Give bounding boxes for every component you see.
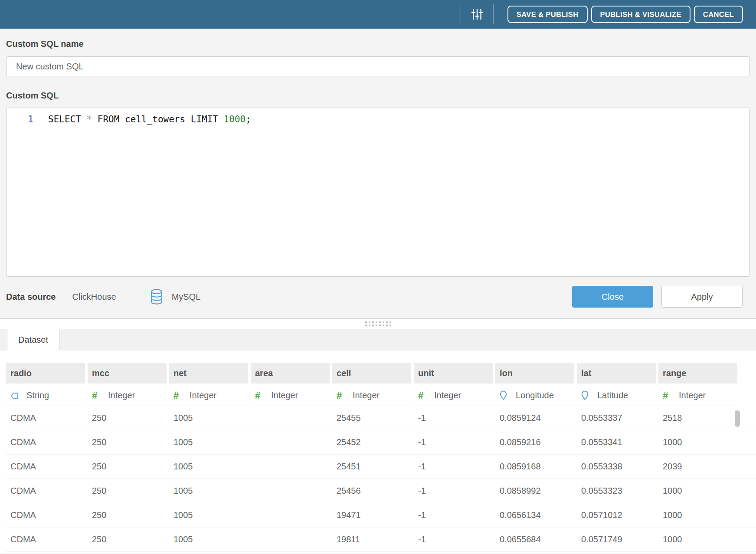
- vertical-scrollbar[interactable]: [735, 410, 740, 427]
- column-type-area[interactable]: #Integer: [251, 385, 330, 406]
- table-cell: 0.0655684: [495, 534, 574, 544]
- column-header-lat[interactable]: lat: [577, 363, 656, 384]
- table-cell: -1: [414, 534, 493, 544]
- sql-token: SELECT: [48, 114, 87, 125]
- table-cell: 1000: [658, 486, 737, 496]
- close-button[interactable]: Close: [572, 286, 653, 308]
- table-cell: 1005: [169, 413, 248, 423]
- tab-dataset[interactable]: Dataset: [7, 329, 59, 351]
- table-cell: 19811: [332, 534, 411, 544]
- table-cell: 1005: [169, 534, 248, 544]
- custom-sql-form: Custom SQL name Custom SQL 1 SELECT * FR…: [0, 29, 756, 308]
- column-header-lon[interactable]: lon: [495, 363, 574, 384]
- column-header-unit[interactable]: unit: [414, 363, 493, 384]
- table-cell: 25451: [332, 462, 411, 472]
- table-row: CDMA250100525452-10.08592160.05533411000: [6, 430, 756, 455]
- column-type-label: Longitude: [516, 390, 554, 400]
- column-type-label: Integer: [108, 390, 135, 400]
- data-source-row: Data source ClickHouse MySQL Close Apply: [6, 286, 750, 308]
- database-icon: [150, 288, 163, 305]
- column-type-label: Integer: [353, 390, 380, 400]
- sql-editor[interactable]: 1 SELECT * FROM cell_towers LIMIT 1000;: [6, 108, 750, 277]
- table-row: CDMA250100525456-10.08589920.05533231000: [6, 479, 756, 503]
- table-cell: 25456: [332, 486, 411, 496]
- custom-sql-name-input[interactable]: [6, 56, 750, 76]
- tab-strip: Dataset: [0, 329, 756, 351]
- column-header-area[interactable]: area: [251, 363, 330, 384]
- custom-sql-name-label: Custom SQL name: [6, 29, 750, 49]
- column-type-label: Integer: [190, 390, 216, 400]
- column-type-lat[interactable]: Latitude: [577, 385, 656, 406]
- table-row: CDMA250100525455-10.08591240.05533372518: [6, 406, 756, 430]
- column-type-label: Integer: [679, 390, 706, 400]
- save-publish-button[interactable]: SAVE & PUBLISH: [507, 6, 588, 23]
- latitude-icon: [581, 390, 592, 400]
- panel-splitter[interactable]: [0, 318, 756, 329]
- table-type-row: String#Integer#Integer#Integer#Integer#I…: [6, 385, 756, 406]
- table-header-row: radiomccnetareacellunitlonlatrange: [6, 363, 756, 384]
- line-number: 1: [7, 113, 33, 126]
- table-row: CDMA250100519811-10.06556840.05717491000: [6, 528, 756, 552]
- column-type-range[interactable]: #Integer: [658, 385, 737, 406]
- custom-sql-label: Custom SQL: [6, 91, 750, 101]
- table-cell: 0.0858992: [495, 486, 574, 496]
- table-cell: -1: [414, 462, 493, 472]
- integer-icon: #: [337, 391, 347, 400]
- datasource-option-label: MySQL: [172, 292, 201, 302]
- datasource-option-clickhouse[interactable]: ClickHouse: [72, 292, 116, 302]
- datasource-option-mysql[interactable]: MySQL: [150, 288, 201, 305]
- apply-button[interactable]: Apply: [661, 286, 743, 308]
- table-right-edge: [732, 406, 732, 553]
- sliders-icon: [471, 8, 483, 20]
- table-cell: CDMA: [6, 534, 85, 544]
- cancel-button[interactable]: CANCEL: [694, 6, 743, 23]
- table-cell: 250: [88, 534, 167, 544]
- table-row: CDMA250100519471-10.06561340.05710121000: [6, 503, 756, 528]
- sql-token: ;: [245, 114, 251, 125]
- column-type-label: Latitude: [597, 390, 628, 400]
- table-cell: 19471: [332, 510, 411, 520]
- column-type-radio[interactable]: String: [6, 385, 85, 406]
- table-cell: 1000: [658, 534, 737, 544]
- data-source-label: Data source: [6, 292, 56, 302]
- table-cell: 0.0553323: [577, 486, 656, 496]
- table-cell: 0.0859124: [495, 413, 574, 423]
- table-cell: 0.0859216: [495, 437, 574, 447]
- column-header-mcc[interactable]: mcc: [88, 363, 167, 384]
- column-type-lon[interactable]: Longitude: [495, 385, 574, 406]
- longitude-icon: [500, 390, 510, 400]
- table-cell: 1005: [169, 437, 248, 447]
- table-cell: 1005: [169, 486, 248, 496]
- column-header-radio[interactable]: radio: [6, 363, 85, 384]
- table-cell: 0.0859168: [495, 462, 574, 472]
- dataset-panel: Dataset radiomccnetareacellunitlonlatran…: [0, 329, 756, 553]
- table-cell: 2518: [658, 413, 737, 423]
- sql-editor-line: 1 SELECT * FROM cell_towers LIMIT 1000;: [7, 113, 749, 126]
- table-cell: 25455: [332, 413, 411, 423]
- table-cell: 0.0553338: [577, 462, 656, 472]
- table-cell: 1000: [658, 510, 737, 520]
- column-type-net[interactable]: #Integer: [169, 385, 248, 406]
- sql-token: *: [87, 114, 92, 125]
- column-type-mcc[interactable]: #Integer: [88, 385, 167, 406]
- column-header-net[interactable]: net: [169, 363, 248, 384]
- column-header-cell[interactable]: cell: [332, 363, 411, 384]
- tab-dataset-label: Dataset: [18, 335, 48, 345]
- topbar: SAVE & PUBLISH PUBLISH & VISUALIZE CANCE…: [0, 0, 756, 29]
- datasource-option-label: ClickHouse: [72, 292, 116, 302]
- column-type-unit[interactable]: #Integer: [414, 385, 493, 406]
- table-cell: CDMA: [6, 437, 85, 447]
- publish-visualize-button[interactable]: PUBLISH & VISUALIZE: [591, 6, 691, 23]
- table-cell: 1005: [169, 462, 248, 472]
- table-cell: 0.0571012: [577, 510, 656, 520]
- table-cell: 2039: [658, 462, 737, 472]
- table-cell: -1: [414, 437, 493, 447]
- table-cell: 25452: [332, 437, 411, 447]
- query-settings-button[interactable]: [461, 8, 493, 20]
- column-type-cell[interactable]: #Integer: [332, 385, 411, 406]
- preview-table: radiomccnetareacellunitlonlatrange Strin…: [0, 351, 756, 553]
- table-cell: 250: [88, 413, 167, 423]
- topbar-divider: [493, 4, 494, 24]
- column-header-range[interactable]: range: [658, 363, 737, 384]
- integer-icon: #: [92, 391, 102, 400]
